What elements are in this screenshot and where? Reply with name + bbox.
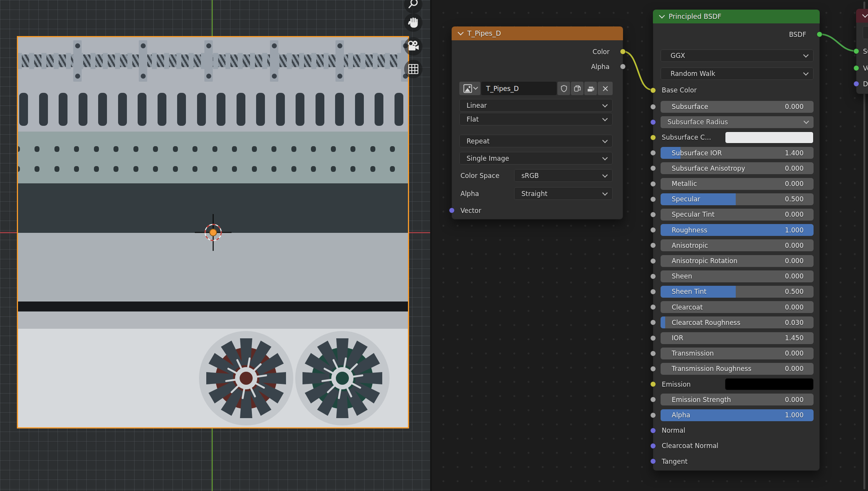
socket-ior-input[interactable] (650, 335, 656, 341)
socket-surface-input[interactable] (853, 48, 859, 54)
specular-tint-value: 0.000 (785, 211, 804, 218)
alpha-mode-dropdown[interactable]: Straight (514, 187, 613, 200)
socket-sheen-input[interactable] (650, 274, 656, 279)
texture-rivet (192, 166, 197, 172)
3d-viewport[interactable] (0, 0, 430, 491)
socket-anisotropic-rotation-input[interactable] (650, 258, 656, 264)
socket-alpha-output[interactable] (620, 64, 626, 69)
subsurface-c-color-swatch[interactable] (725, 132, 814, 143)
specular-tint-slider[interactable]: Specular Tint0.000 (661, 209, 814, 221)
specular-tint-label: Specular Tint (672, 211, 715, 218)
socket-transmission-roughness-input[interactable] (650, 366, 656, 372)
material-output-node[interactable]: Surface Volume Displacement (856, 9, 868, 94)
anisotropic-slider[interactable]: Anisotropic0.000 (661, 239, 814, 251)
anisotropic-value: 0.000 (785, 242, 804, 249)
emission-strength-slider[interactable]: Emission Strength0.000 (661, 394, 814, 405)
output-target-dropdown[interactable] (863, 26, 868, 39)
extension-dropdown[interactable]: Repeat (459, 135, 613, 147)
image-node-header[interactable]: T_Pipes_D (452, 26, 623, 40)
projection-dropdown[interactable]: Flat (459, 113, 613, 125)
projection-value: Flat (467, 115, 479, 123)
socket-base-color-input[interactable] (650, 87, 656, 93)
socket-color-output[interactable] (620, 49, 626, 54)
principled-bsdf-node[interactable]: Principled BSDF BSDF GGX Random Walk Bas… (653, 10, 820, 471)
ortho-grid-gizmo[interactable] (404, 60, 422, 78)
specular-slider[interactable]: Specular0.500 (661, 193, 814, 205)
socket-volume-input[interactable] (853, 65, 859, 71)
socket-vector-input[interactable] (449, 208, 455, 213)
alpha-slider[interactable]: Alpha1.000 (661, 409, 814, 421)
clearcoat-slider[interactable]: Clearcoat0.000 (661, 301, 814, 313)
socket-emission-input[interactable] (650, 381, 656, 387)
source-dropdown[interactable]: Single Image (459, 152, 613, 165)
socket-roughness-input[interactable] (650, 227, 656, 233)
bsdf-node-header[interactable]: Principled BSDF (653, 10, 820, 23)
subsurface-ior-slider[interactable]: Subsurface IOR1.400 (661, 147, 814, 159)
texture-slot (79, 93, 87, 126)
socket-transmission-input[interactable] (650, 351, 656, 356)
collapse-chevron-icon[interactable] (862, 12, 868, 18)
collapse-chevron-icon[interactable] (458, 30, 464, 36)
image-name-value: T_Pipes_D (486, 85, 519, 92)
color-space-dropdown[interactable]: sRGB (514, 169, 613, 182)
socket-specular-tint-input[interactable] (650, 212, 656, 217)
collapse-chevron-icon[interactable] (659, 13, 665, 19)
socket-clearcoat-normal-input[interactable] (650, 443, 656, 449)
socket-subsurface-c-input[interactable] (650, 135, 656, 140)
subsurface-ior-value: 1.400 (785, 149, 804, 157)
emission-label: Emission (662, 381, 691, 388)
socket-specular-input[interactable] (650, 196, 656, 202)
socket-sheen-tint-input[interactable] (650, 289, 656, 295)
transmission-roughness-slider[interactable]: Transmission Roughness0.000 (661, 363, 814, 375)
anisotropic-rotation-slider[interactable]: Anisotropic Rotation0.000 (661, 255, 814, 267)
socket-subsurface-anisotropy-input[interactable] (650, 165, 656, 171)
duplicate-image-button[interactable] (571, 82, 584, 95)
subsurface-radius-dropdown[interactable]: Subsurface Radius (661, 116, 814, 128)
socket-bsdf-output[interactable] (817, 31, 822, 37)
transmission-slider[interactable]: Transmission0.000 (661, 348, 814, 359)
textured-plane-object[interactable] (17, 36, 409, 428)
texture-rivet (153, 146, 158, 152)
camera-view-gizmo[interactable] (404, 37, 422, 56)
fake-user-button[interactable] (557, 82, 570, 95)
socket-emission-strength-input[interactable] (650, 397, 656, 402)
pan-gizmo[interactable] (404, 13, 422, 32)
socket-clearcoat-input[interactable] (650, 304, 656, 310)
socket-subsurface-ior-input[interactable] (650, 150, 656, 156)
socket-clearcoat-roughness-input[interactable] (650, 320, 656, 325)
alpha-label: Alpha (672, 411, 690, 419)
alpha-mode-label: Alpha (460, 190, 479, 198)
sheen-tint-slider[interactable]: Sheen Tint0.500 (661, 286, 814, 298)
unlink-image-button[interactable] (598, 82, 613, 95)
socket-subsurface-radius-input[interactable] (650, 119, 656, 125)
pack-image-button[interactable] (584, 82, 597, 95)
socket-displacement-input[interactable] (853, 81, 859, 87)
interpolation-dropdown[interactable]: Linear (459, 99, 613, 112)
image-texture-node[interactable]: T_Pipes_D Color Alpha T_Pipes_D (452, 26, 623, 219)
emission-color-swatch[interactable] (725, 378, 814, 390)
subsurface-anisotropy-slider[interactable]: Subsurface Anisotropy0.000 (661, 162, 814, 174)
roughness-slider[interactable]: Roughness1.000 (661, 224, 814, 236)
texture-rivet (94, 146, 99, 152)
output-node-header[interactable] (856, 9, 868, 23)
ior-slider[interactable]: IOR1.450 (661, 332, 814, 344)
sheen-slider[interactable]: Sheen0.000 (661, 270, 814, 282)
clearcoat-roughness-slider[interactable]: Clearcoat Roughness0.030 (661, 316, 814, 328)
subsurface-method-value: Random Walk (671, 70, 715, 77)
socket-normal-input[interactable] (650, 428, 656, 433)
socket-subsurface-input[interactable] (650, 104, 656, 110)
subsurface-method-dropdown[interactable]: Random Walk (661, 68, 814, 80)
base-color-label: Base Color (662, 86, 697, 94)
subsurface-ior-label: Subsurface IOR (672, 149, 722, 157)
socket-alpha-input[interactable] (650, 412, 656, 418)
socket-anisotropic-input[interactable] (650, 242, 656, 248)
distribution-dropdown[interactable]: GGX (661, 49, 814, 62)
socket-metallic-input[interactable] (650, 181, 656, 187)
image-name-field[interactable]: T_Pipes_D (481, 82, 557, 95)
browse-image-button[interactable] (459, 82, 480, 95)
color-output-label: Color (593, 48, 610, 56)
socket-tangent-input[interactable] (650, 458, 656, 464)
subsurface-slider[interactable]: Subsurface0.000 (661, 101, 814, 113)
zoom-gizmo[interactable] (404, 0, 422, 13)
metallic-slider[interactable]: Metallic0.000 (661, 178, 814, 190)
